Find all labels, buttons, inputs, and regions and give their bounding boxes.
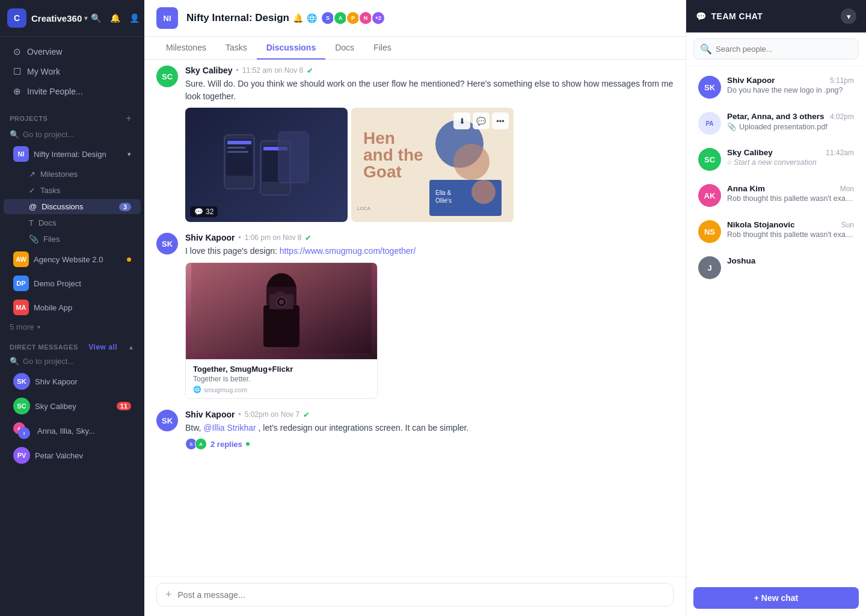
- project-badge-ni: NI: [13, 146, 29, 162]
- project-item-dp[interactable]: DP Demo Project: [4, 272, 141, 295]
- msg-content-1: Sky Calibey • 11:52 am on Nov 8 ✔ Sure. …: [185, 66, 674, 222]
- msg-avatar-shiv-2: SK: [156, 410, 178, 431]
- dm-conversation-nikola[interactable]: NS Nikola Stojanovic Sun Rob thought thi…: [690, 214, 862, 249]
- new-chat-button[interactable]: + New chat: [693, 587, 859, 609]
- tasks-icon: ✓: [29, 186, 35, 195]
- replies-row: S A 2 replies: [185, 438, 674, 450]
- sub-nav-discussions[interactable]: @ Discussions 3: [4, 199, 141, 214]
- tab-discussions[interactable]: Discussions: [257, 37, 325, 60]
- logo-area[interactable]: C Creative360 ▾: [7, 8, 88, 28]
- msg-text-1: Sure. Will do. Do you think we should wo…: [185, 78, 674, 103]
- search-people-input-wrap: 🔍: [693, 38, 859, 60]
- search-icon[interactable]: 🔍: [88, 10, 103, 26]
- dm-item-shiv[interactable]: SK Shiv Kapoor: [4, 369, 141, 393]
- more-icon[interactable]: •••: [492, 112, 509, 129]
- overview-icon: ⊙: [13, 46, 21, 57]
- app-name: Creative360 ▾: [31, 13, 88, 23]
- chat-area: SC Sky Calibey • 11:52 am on Nov 8 ✔ Sur…: [144, 60, 686, 576]
- sidebar-item-mywork[interactable]: ☐ My Work: [4, 62, 141, 81]
- tab-docs[interactable]: Docs: [325, 37, 364, 60]
- svg-rect-1: [226, 140, 253, 176]
- file-icon: 📎: [727, 122, 737, 131]
- notification-icon[interactable]: 🔔: [107, 10, 123, 26]
- conv-preview-new: ○ Start a new conversation: [727, 158, 854, 167]
- reply-count[interactable]: 2 replies: [210, 440, 242, 449]
- smugmug-link[interactable]: https://www.smugmug.com/together/: [280, 246, 416, 256]
- reply-dot: [246, 442, 250, 446]
- dm-section: DIRECT MESSAGES View all ▲ 🔍 Go to proje…: [0, 334, 144, 474]
- project-item-ni[interactable]: NI Nifty Internal: Design ▾: [4, 143, 141, 165]
- nav-tabs: Milestones Tasks Discussions Docs Files: [144, 37, 686, 60]
- verified-icon-2: ✔: [305, 233, 312, 242]
- download-icon[interactable]: ⬇: [453, 112, 470, 129]
- files-icon: 📎: [29, 235, 38, 244]
- milestones-icon: ↗: [29, 170, 35, 179]
- conv-avatar-nikola: NS: [698, 220, 721, 243]
- more-projects[interactable]: 5 more ▾: [0, 319, 144, 334]
- conversations-list: SK Shiv Kapoor 5:11pm Do you have the ne…: [686, 66, 866, 587]
- reply-avatars: S A: [185, 438, 207, 450]
- dm-conversation-anna[interactable]: AK Anna Kim Mon Rob thought this pallett…: [690, 178, 862, 213]
- dm-conversation-group[interactable]: PA Petar, Anna, and 3 others 4:02pm 📎 Up…: [690, 106, 862, 141]
- globe-icon: 🌐: [307, 13, 317, 23]
- dm-conversation-shiv[interactable]: SK Shiv Kapoor 5:11pm Do you have the ne…: [690, 70, 862, 105]
- project-badge-ma: MA: [13, 300, 29, 315]
- sub-nav-files[interactable]: 📎 Files: [4, 232, 141, 247]
- search-people-icon: 🔍: [700, 43, 712, 55]
- dm-item-group[interactable]: A I Anna, Illia, Sky...: [4, 419, 141, 443]
- svg-rect-2: [227, 141, 251, 144]
- message-input[interactable]: [178, 590, 665, 600]
- view-all-dm[interactable]: View all: [88, 343, 117, 351]
- mention-link[interactable]: @Illia Strikhar: [203, 423, 256, 433]
- comment-icon[interactable]: 💬: [473, 112, 490, 129]
- team-chat-title: 💬 TEAM CHAT: [696, 11, 763, 21]
- project-item-ma[interactable]: MA Mobile App: [4, 296, 141, 319]
- dm-conversation-sky[interactable]: SC Sky Calibey 11:42am ○ Start a new con…: [690, 142, 862, 177]
- header-title-area: Nifty Internal: Design 🔔 🌐 S A P N +2: [186, 11, 385, 25]
- message-row: SC Sky Calibey • 11:52 am on Nov 8 ✔ Sur…: [156, 66, 674, 222]
- header-avatars: S A P N +2: [321, 11, 385, 25]
- tab-files[interactable]: Files: [364, 37, 401, 60]
- dm-search[interactable]: 🔍 Go to project...: [0, 354, 144, 369]
- sidebar-header: C Creative360 ▾ 🔍 🔔 👤 ◀: [0, 0, 144, 37]
- tab-milestones[interactable]: Milestones: [156, 37, 216, 60]
- dm-conversation-joshua[interactable]: J Joshua: [690, 250, 862, 285]
- search-people-input[interactable]: [716, 45, 852, 54]
- msg-meta-1: Sky Calibey • 11:52 am on Nov 8 ✔: [185, 66, 674, 75]
- message-input-area: +: [144, 576, 686, 616]
- msg-avatar-shiv-1: SK: [156, 233, 178, 254]
- avatar-icon[interactable]: 👤: [126, 10, 142, 26]
- image-thumb-1: 💬 32: [185, 108, 348, 222]
- add-attachment-icon[interactable]: +: [165, 588, 172, 601]
- team-chat-header: 💬 TEAM CHAT ▾: [686, 0, 866, 32]
- projects-section-header: PROJECTS +: [0, 106, 144, 127]
- sub-nav-docs[interactable]: T Docs: [4, 215, 141, 230]
- sub-nav-tasks[interactable]: ✓ Tasks: [4, 183, 141, 198]
- dm-item-petar[interactable]: PV Petar Valchev: [4, 443, 141, 467]
- team-chat-panel: 💬 TEAM CHAT ▾ 🔍 SK Shiv Kapoor 5:11pm Do…: [686, 0, 866, 616]
- dm-badge-sky: 11: [117, 402, 131, 410]
- msg-avatar-sky: SC: [156, 66, 178, 87]
- sub-nav-milestones[interactable]: ↗ Milestones: [4, 167, 141, 182]
- svg-rect-26: [275, 292, 284, 297]
- message-input-wrapper: +: [156, 583, 674, 606]
- project-search[interactable]: 🔍 Go to project...: [0, 127, 144, 142]
- app-logo-icon: C: [7, 8, 26, 28]
- image-action-bar: ⬇ 💬 •••: [453, 112, 509, 129]
- image-count-badge: 💬 32: [190, 206, 218, 217]
- msg-text-3: Btw, @Illia Strikhar , let's redesign ou…: [185, 422, 674, 434]
- svg-text:Ella &: Ella &: [435, 189, 451, 196]
- svg-text:Hen: Hen: [363, 129, 395, 147]
- project-item-aw[interactable]: AW Agency Website 2.0: [4, 248, 141, 271]
- sidebar-item-invite[interactable]: ⊕ Invite People...: [4, 82, 141, 101]
- discussions-icon: @: [29, 202, 37, 211]
- add-project-button[interactable]: +: [123, 112, 135, 125]
- link-preview-body: Together, SmugMug+Flickr Together is bet…: [186, 359, 377, 398]
- tab-tasks[interactable]: Tasks: [216, 37, 257, 60]
- sidebar-item-overview[interactable]: ⊙ Overview: [4, 42, 141, 61]
- dm-item-sky[interactable]: SC Sky Calibey 11: [4, 394, 141, 418]
- svg-rect-8: [278, 132, 309, 183]
- verified-icon-3: ✔: [303, 410, 310, 419]
- team-chat-collapse-button[interactable]: ▾: [841, 8, 856, 24]
- discussions-badge: 3: [119, 203, 131, 211]
